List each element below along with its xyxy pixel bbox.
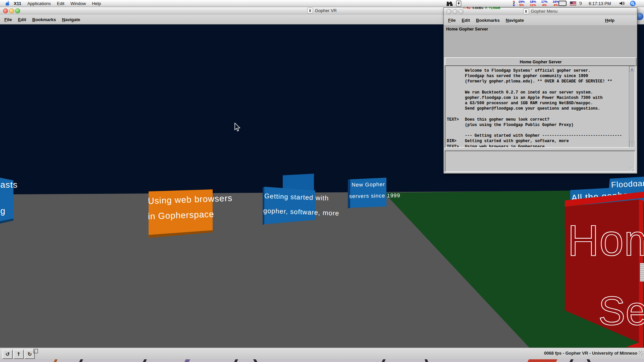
load-indicator[interactable]: 2 [513,0,515,7]
gm-menu-file[interactable]: File [445,18,459,23]
gopher-item-text: (plus using the Floodgap Public Gopher P… [465,122,574,128]
gopher-item-text: gopher.floodgap.com is an Apple Power Ma… [465,95,602,101]
gopher-info-line: (plus using the Floodgap Public Gopher P… [447,122,629,128]
power-adapter-icon[interactable] [456,0,461,7]
mac-menu-items: X11ApplicationsEditWindowHelp [11,1,104,6]
spotlight-icon[interactable] [630,0,636,7]
gopher-info-line: Welcome to Floodgap Systems' official go… [447,68,629,73]
x11-icon: X [307,8,313,13]
displays-icon[interactable] [558,0,567,7]
vr-menu-navigate[interactable]: Navigate [59,17,83,22]
x11-icon: X [523,8,529,14]
volume-icon[interactable] [620,0,626,7]
gm-menu-edit[interactable]: Edit [459,18,473,23]
apple-menu-icon[interactable] [5,1,11,6]
vr-menu-edit[interactable]: Edit [15,17,29,22]
gopher-item-type [447,73,465,79]
gopher-item-type [447,90,465,95]
gopher-item-text: We run Bucktooth 0.2.7 on inetd as our s… [465,90,593,95]
mac-menu-help[interactable]: Help [89,1,104,6]
gopher-item-type [447,84,465,90]
vr-menu-file[interactable]: File [1,17,15,22]
cpu-sys-percent: 5% [516,3,527,7]
background-window-sliver [640,263,644,282]
keyboard-layout-indicator[interactable]: 9 [579,0,582,7]
mouse-cursor [234,123,241,132]
gm-menubar: FileEditBookmarksNavigate Help [444,15,637,25]
gopher-menu-item[interactable]: TEXT>Does this gopher menu look correct? [447,117,629,122]
gopher-info-line: --- Getting started with Gopher --------… [447,133,629,138]
cpu-sys-percent: 11% [527,3,539,7]
desktop-wallpaper-sliver [0,359,644,362]
vr-menu-bookmarks[interactable]: Bookmarks [29,17,59,22]
mem-free: 7135MB [489,6,500,10]
gm-document-area: Home Gopher Server [444,25,637,57]
sign-new-servers[interactable]: New Gopher servers since 1999 [348,177,388,210]
mac-menu-applications[interactable]: Applications [24,1,54,6]
input-flag-icon[interactable] [570,0,576,7]
cpu-meter-1: 19%5% [516,0,527,7]
gm-menu-bookmarks[interactable]: Bookmarks [473,18,503,23]
sign-web-browsers[interactable]: Using web browsers in Gopherspace [148,188,214,239]
gopher-info-line [447,112,629,117]
move-up-button[interactable]: ↑ [13,350,24,359]
viewpoint-indicator [34,349,38,353]
gopher-item-type [447,112,465,117]
gopher-item-text: Welcome to Floodgap Systems' official go… [465,68,590,73]
vr-statusbar: ↺ ↑ ↻ 0068 fps - Gopher VR - University … [0,348,644,359]
load-down-arrow [513,5,515,6]
gopher-info-line: (formerly gopher.ptloma.edu). ** OVER A … [447,79,629,84]
menubar-clock[interactable]: 6:17:13 PM [589,0,611,7]
cpu-meters: 19%5%18%11%17%4%16%4% [516,0,561,7]
rx-label: Rx: [467,6,472,10]
resize-grip[interactable] [630,166,634,171]
gopher-menu-item[interactable]: DIR>Getting started with gopher, softwar… [447,138,629,144]
load-value: 2 [513,2,515,5]
gopher-item-type [447,133,465,138]
mac-menu-x11[interactable]: X11 [11,1,24,6]
gm-menu-list[interactable]: Welcome to Floodgap Systems' official go… [445,65,635,148]
scroll-up-button[interactable]: ▲ [629,66,635,71]
gopher-info-line [447,84,629,90]
gopher-item-type [447,68,465,73]
cpu-meter-3: 17%4% [539,0,550,7]
sign-left-partial[interactable]: asts g [0,178,16,225]
scroll-down-button[interactable]: ▽ [629,142,635,147]
gopher-lines: Welcome to Floodgap Systems' official go… [447,68,629,148]
gopher-menu-item[interactable]: TEXT>Using web browsers in Gopherspace [447,144,629,148]
gopher-item-text: Send gopher@floodgap.com your questions … [465,106,600,111]
gm-scrollbar[interactable]: ▲ ▽ [629,66,635,147]
gopher-info-line: Send gopher@floodgap.com your questions … [447,106,629,111]
resize-grip[interactable] [639,351,643,356]
gopher-item-type [447,95,465,101]
gopher-item-type [447,101,465,106]
gm-menu-help[interactable]: Help [602,18,618,23]
sign-home-server[interactable]: Home Ser [565,191,644,348]
gopher-item-text: Floodgap has served the gopher community… [465,73,588,79]
gopher-info-line: We run Bucktooth 0.2.7 on inetd as our s… [447,90,629,95]
gopher-info-line: gopher.floodgap.com is an Apple Power Ma… [447,95,629,101]
rx-value: 0.0KB/s [473,6,484,10]
gopher-item-text: Getting started with gopher, software, m… [465,138,569,144]
gopher-item-text: Using web browsers in Gopherspace [465,144,545,148]
cpu-sys-percent: 4% [539,3,550,7]
gopher-item-text: (formerly gopher.ptloma.edu). ** OVER A … [465,79,612,84]
fps-status-text: 0068 fps - Gopher VR - University of Min… [544,351,637,356]
binoculars-icon[interactable] [445,0,453,7]
gopher-item-text: --- Getting started with Gopher --------… [465,133,622,138]
gopher-menu-window[interactable]: X Gopher Menu FileEditBookmarksNavigate … [443,7,637,174]
gopher-item-text: Does this gopher menu look correct? [465,117,549,122]
mac-menu-window[interactable]: Window [67,1,89,6]
mac-menu-edit[interactable]: Edit [54,1,67,6]
gopher-item-type [447,128,465,133]
rotate-left-button[interactable]: ↺ [2,350,13,359]
gm-menu-navigate[interactable]: Navigate [503,18,527,23]
gm-header-button[interactable]: Home Gopher Server [445,57,637,66]
sign-getting-started[interactable]: Getting started with gopher, software, m… [263,186,317,229]
gopher-item-type: TEXT> [447,117,465,122]
gm-doc-title: Home Gopher Server [446,27,488,32]
network-meter[interactable]: — Tx: 0.0KB/s U: 1057MB — Rx: 0.0KB/s F:… [463,0,500,7]
gm-input-area[interactable] [445,150,635,172]
gopher-info-line: a G3/500 processor and 1GB RAM running N… [447,101,629,106]
gopher-item-type [447,79,465,84]
